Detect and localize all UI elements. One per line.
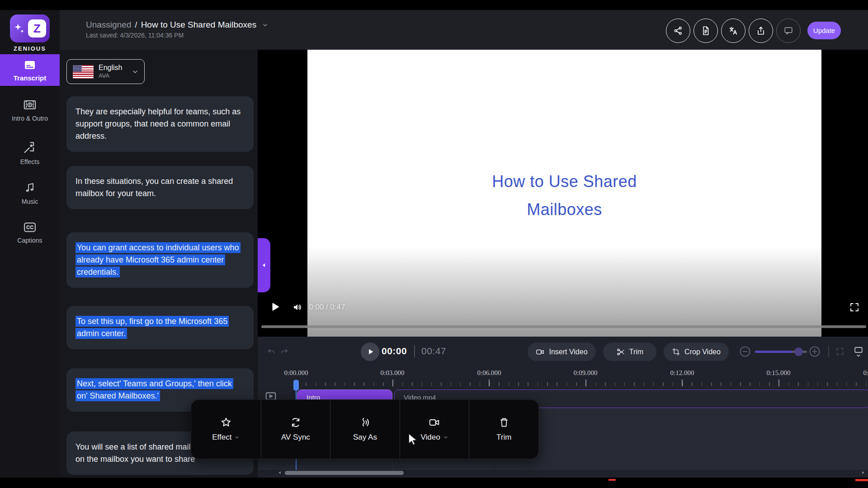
film-icon [23,99,37,111]
sparkle-icon [14,23,25,34]
player-progress-bar[interactable] [261,325,866,328]
scroll-right-icon[interactable] [861,470,865,475]
transcript-card[interactable]: In these situations, you can create a sh… [66,166,254,209]
chevron-down-icon[interactable] [262,22,269,28]
sidebar-item-effects[interactable]: Effects [0,140,60,165]
transcript-card[interactable]: You can grant access to individual users… [66,232,254,288]
music-note-icon [24,181,36,194]
header: Unassigned / How to Use Shared Mailboxes… [60,10,868,50]
undo-icon [267,347,276,357]
document-button[interactable] [693,19,718,43]
menu-item-label: Effect [212,433,231,442]
crop-video-button[interactable]: Crop Video [664,343,729,361]
av-sync-icon [290,417,302,428]
document-icon [701,26,711,36]
transcript-text-highlighted: To set this up, first go to the Microsof… [75,316,229,339]
scroll-left-icon[interactable] [278,470,282,475]
page-title[interactable]: How to Use Shared Mailboxes [141,20,257,30]
button-label: Crop Video [684,348,721,356]
sidebar-item-transcript[interactable]: Transcript [0,54,60,86]
sidebar-item-intro-outro[interactable]: Intro & Outro [0,99,60,122]
bottom-black-bar [0,478,868,488]
undo-button[interactable] [267,347,276,357]
zoom-out-button[interactable] [739,345,751,358]
redo-button[interactable] [280,347,289,357]
say-as-icon [359,417,371,428]
fullscreen-icon [849,302,860,313]
timeline-play-button[interactable] [361,343,379,361]
language-selector[interactable]: English AVA [66,59,145,84]
redo-icon [280,347,289,357]
play-icon [366,348,374,356]
sidebar-item-label: Transcript [0,74,60,82]
transcript-text-highlighted: Next, select' Teams and Groups,' then cl… [75,378,233,401]
trim-button[interactable]: Trim [603,343,656,361]
player-fullscreen-button[interactable] [849,302,860,313]
timeline-total-time: 00:47 [421,346,446,357]
video-preview[interactable]: How to Use Shared Mailboxes [307,50,821,337]
play-icon [269,301,281,313]
chevron-down-icon [132,68,139,75]
ruler-label: 0:18.000 [853,369,868,377]
chevron-down-icon [443,435,448,440]
translate-button[interactable] [721,19,745,43]
collapse-panel-tab[interactable] [258,238,270,292]
video-camera-icon [429,417,440,428]
ruler-label: 0:06.000 [467,369,512,377]
say-as-menu-item[interactable]: Say As [330,400,400,459]
mouse-cursor [407,433,419,446]
ruler-label: 0:03.000 [370,369,415,377]
playhead-handle[interactable] [293,380,299,390]
sidebar-item-music[interactable]: Music [0,181,60,205]
export-button[interactable] [749,19,773,43]
wand-icon [23,140,37,155]
effect-menu-item[interactable]: Effect [191,400,261,459]
sidebar: Z ZENIOUS Transcript Intro & Outro Effec… [0,10,60,488]
video-stage: How to Use Shared Mailboxes 0:00 / 0:47 [258,50,868,337]
player-volume-button[interactable] [292,302,303,313]
ruler-label: 0:12.000 [660,369,705,377]
menu-item-label: Say As [353,433,377,442]
comment-button[interactable] [776,19,801,43]
breadcrumb-project[interactable]: Unassigned [86,20,131,30]
time-divider [414,345,415,357]
recording-artifact [855,479,868,481]
display-mode-button[interactable] [854,346,863,358]
trim-menu-item[interactable]: Trim [469,400,538,459]
transcript-text: In these situations, you can create a sh… [75,177,233,198]
brand-name: ZENIOUS [0,45,60,52]
monitor-chevron-icon [854,346,863,358]
trash-icon [499,417,509,428]
app-logo[interactable]: Z [10,14,50,42]
transcript-card[interactable]: To set this up, first go to the Microsof… [66,306,254,349]
update-button[interactable]: Update [807,22,841,39]
sidebar-item-label: Effects [0,158,60,165]
zoom-in-button[interactable] [808,345,821,358]
timeline-scrollbar[interactable] [285,471,404,475]
expand-icon [835,347,844,356]
comment-icon [783,26,793,36]
player-play-button[interactable] [269,301,281,313]
top-black-bar [0,0,868,10]
av-sync-menu-item[interactable]: AV Sync [261,400,330,459]
translate-icon [728,26,738,36]
sidebar-item-label: Captions [0,237,60,244]
insert-video-button[interactable]: Insert Video [528,343,596,361]
zoom-slider-thumb[interactable] [794,347,803,356]
minus-circle-icon [739,345,751,358]
sidebar-item-captions[interactable]: Captions [0,221,60,244]
volume-icon [292,302,303,313]
video-menu-item[interactable]: Video [400,400,469,459]
video-bottom-fade [307,246,821,337]
expand-timeline-button[interactable] [835,347,844,356]
video-slide-title: How to Use Shared Mailboxes [307,168,821,224]
sidebar-item-label: Intro & Outro [0,115,60,122]
last-saved-text: Last saved: 4/3/2026, 11:04:36 PM [86,32,184,39]
export-icon [756,26,766,36]
breadcrumb[interactable]: Unassigned / How to Use Shared Mailboxes [86,20,269,30]
language-name: English [99,63,122,72]
transcript-card[interactable]: They are especially helpful for teams, s… [66,96,254,152]
clip-context-toolbar: Effect AV Sync Say As Video Trim [191,399,539,459]
menu-item-label: Trim [496,433,511,442]
share-button[interactable] [666,19,690,43]
